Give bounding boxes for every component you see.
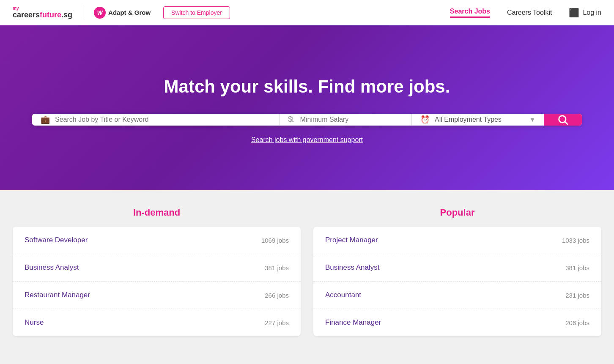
list-item[interactable]: Restaurant Manager266 jobs xyxy=(13,282,301,309)
jobs-grid: In-demand Software Developer1069 jobsBus… xyxy=(13,207,601,336)
search-button[interactable] xyxy=(544,114,582,126)
navbar-right: Search Jobs Careers Toolkit ⬛ Log in xyxy=(450,8,601,18)
login-label: Log in xyxy=(583,9,601,16)
list-item[interactable]: Business Analyst381 jobs xyxy=(313,254,601,282)
hero-title: Match your skills. Find more jobs. xyxy=(164,77,450,97)
employment-field: ⏰ All Employment Types Full Time Part Ti… xyxy=(412,114,544,126)
svg-line-1 xyxy=(565,122,567,124)
list-item[interactable]: Accountant231 jobs xyxy=(313,282,601,309)
govt-support-link[interactable]: Search jobs with government support xyxy=(251,136,363,144)
salary-input[interactable] xyxy=(300,116,403,123)
adapt-icon: W xyxy=(94,7,106,19)
job-count: 381 jobs xyxy=(265,264,289,271)
job-name: Accountant xyxy=(325,291,361,299)
employment-type-select[interactable]: All Employment Types Full Time Part Time… xyxy=(435,116,524,123)
logo-area: my careersfuture.sg W Adapt & Grow xyxy=(13,5,151,20)
job-name: Finance Manager xyxy=(325,318,381,327)
job-count: 231 jobs xyxy=(565,292,589,299)
job-count: 266 jobs xyxy=(265,292,289,299)
search-bar: 💼 $⃝ ⏰ All Employment Types Full Time Pa… xyxy=(32,114,582,126)
list-item[interactable]: Finance Manager206 jobs xyxy=(313,309,601,336)
logo-careers: careers xyxy=(13,11,40,19)
salary-field: $⃝ xyxy=(280,114,412,126)
job-name: Software Developer xyxy=(25,236,88,244)
logo-future: future xyxy=(40,11,61,19)
list-item[interactable]: Business Analyst381 jobs xyxy=(13,254,301,282)
nav-login[interactable]: ⬛ Log in xyxy=(569,8,601,18)
switch-employer-button[interactable]: Switch to Employer xyxy=(163,6,230,19)
popular-list: Project Manager1033 jobsBusiness Analyst… xyxy=(313,227,601,336)
job-count: 381 jobs xyxy=(565,264,589,271)
list-item[interactable]: Software Developer1069 jobs xyxy=(13,227,301,254)
list-item[interactable]: Project Manager1033 jobs xyxy=(313,227,601,254)
job-count: 1069 jobs xyxy=(261,237,289,244)
job-count: 206 jobs xyxy=(565,319,589,326)
in-demand-title: In-demand xyxy=(13,207,301,218)
search-icon xyxy=(557,114,569,126)
nav-careers-toolkit[interactable]: Careers Toolkit xyxy=(507,9,552,16)
svg-point-0 xyxy=(559,115,566,122)
hero-section: Match your skills. Find more jobs. 💼 $⃝ … xyxy=(0,25,614,190)
popular-title: Popular xyxy=(313,207,601,218)
clock-icon: ⏰ xyxy=(420,115,430,124)
salary-icon: $⃝ xyxy=(288,115,295,124)
logo-my: my xyxy=(13,6,72,11)
job-name: Business Analyst xyxy=(25,263,79,272)
chevron-down-icon: ▼ xyxy=(529,116,535,123)
logo-sg: .sg xyxy=(61,11,72,19)
mcf-logo: my careersfuture.sg xyxy=(13,6,72,19)
popular-column: Popular Project Manager1033 jobsBusiness… xyxy=(313,207,601,336)
logo-divider xyxy=(83,5,83,20)
job-name: Business Analyst xyxy=(325,263,380,272)
in-demand-column: In-demand Software Developer1069 jobsBus… xyxy=(13,207,301,336)
navbar: my careersfuture.sg W Adapt & Grow Switc… xyxy=(0,0,614,25)
job-name: Project Manager xyxy=(325,236,378,244)
nav-search-jobs[interactable]: Search Jobs xyxy=(450,8,490,18)
adapt-label: Adapt & Grow xyxy=(108,9,151,16)
job-name: Nurse xyxy=(25,318,44,327)
login-icon: ⬛ xyxy=(569,8,579,18)
adapt-grow-logo: W Adapt & Grow xyxy=(94,7,151,19)
search-input[interactable] xyxy=(55,116,271,123)
in-demand-list: Software Developer1069 jobsBusiness Anal… xyxy=(13,227,301,336)
list-item[interactable]: Nurse227 jobs xyxy=(13,309,301,336)
briefcase-icon: 💼 xyxy=(41,115,50,124)
hero-bg-pattern xyxy=(0,25,614,190)
job-name: Restaurant Manager xyxy=(25,291,90,299)
content-section: In-demand Software Developer1069 jobsBus… xyxy=(0,190,614,361)
job-count: 227 jobs xyxy=(265,319,289,326)
search-field: 💼 xyxy=(32,114,280,126)
job-count: 1033 jobs xyxy=(562,237,589,244)
